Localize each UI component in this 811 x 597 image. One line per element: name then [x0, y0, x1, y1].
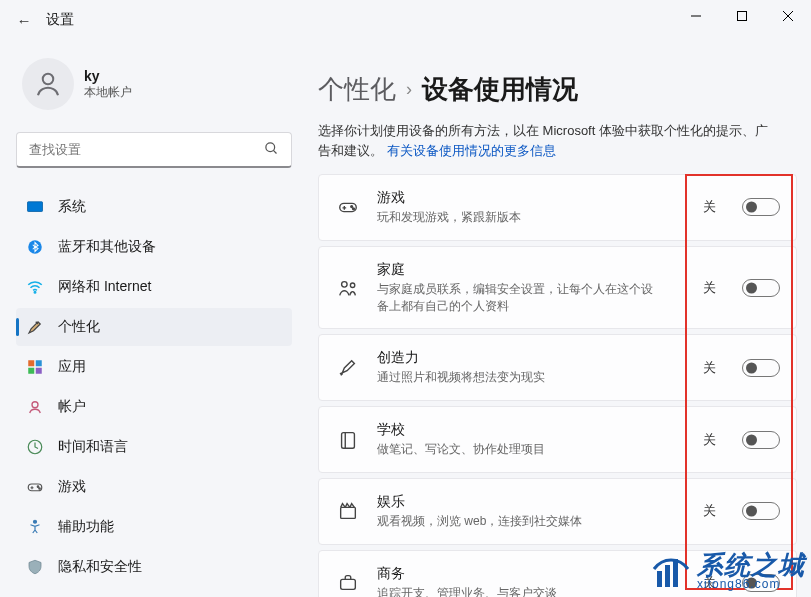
- sidebar-item-network[interactable]: 网络和 Internet: [16, 268, 292, 306]
- card-subtitle: 追踪开支、管理业务、与客户交谈: [377, 585, 657, 597]
- breadcrumb-current: 设备使用情况: [422, 72, 578, 107]
- minimize-button[interactable]: [673, 0, 719, 32]
- sidebar-item-label: 蓝牙和其他设备: [58, 238, 156, 256]
- toggle-state-label: 关: [703, 359, 716, 377]
- sidebar-item-personalization[interactable]: 个性化: [16, 308, 292, 346]
- chevron-right-icon: ›: [406, 79, 412, 100]
- sidebar-item-label: 隐私和安全性: [58, 558, 142, 576]
- sidebar: ky 本地帐户 系统 蓝牙和其他设备 网络和 Internet: [0, 40, 300, 597]
- avatar: [22, 58, 74, 110]
- card-subtitle: 与家庭成员联系，编辑安全设置，让每个人在这个设备上都有自己的个人资料: [377, 281, 657, 315]
- svg-point-15: [32, 402, 38, 408]
- sidebar-item-label: 辅助功能: [58, 518, 114, 536]
- usage-card-business[interactable]: 商务 追踪开支、管理业务、与客户交谈 关: [318, 550, 797, 597]
- window-controls: [673, 0, 811, 32]
- learn-more-link[interactable]: 有关设备使用情况的更多信息: [387, 143, 556, 158]
- wifi-icon: [26, 278, 44, 296]
- sidebar-item-system[interactable]: 系统: [16, 188, 292, 226]
- svg-point-25: [350, 283, 354, 287]
- maximize-button[interactable]: [719, 0, 765, 32]
- toggle-switch[interactable]: [742, 279, 780, 297]
- sidebar-item-time-language[interactable]: 时间和语言: [16, 428, 292, 466]
- sidebar-item-privacy[interactable]: 隐私和安全性: [16, 548, 292, 586]
- sidebar-item-label: 时间和语言: [58, 438, 128, 456]
- sidebar-item-label: 网络和 Internet: [58, 278, 151, 296]
- sidebar-item-bluetooth[interactable]: 蓝牙和其他设备: [16, 228, 292, 266]
- usage-card-family[interactable]: 家庭 与家庭成员联系，编辑安全设置，让每个人在这个设备上都有自己的个人资料 关: [318, 246, 797, 330]
- sidebar-item-accessibility[interactable]: 辅助功能: [16, 508, 292, 546]
- card-title: 创造力: [377, 349, 687, 367]
- usage-card-gaming[interactable]: 游戏 玩和发现游戏，紧跟新版本 关: [318, 174, 797, 241]
- toggle-switch[interactable]: [742, 198, 780, 216]
- profile-block[interactable]: ky 本地帐户: [16, 40, 292, 132]
- notebook-icon: [335, 427, 361, 453]
- apps-icon: [26, 358, 44, 376]
- card-subtitle: 通过照片和视频将想法变为现实: [377, 369, 657, 386]
- sidebar-item-label: 帐户: [58, 398, 86, 416]
- search-input[interactable]: [29, 142, 264, 157]
- sidebar-item-apps[interactable]: 应用: [16, 348, 292, 386]
- page-description: 选择你计划使用设备的所有方法，以在 Microsoft 体验中获取个性化的提示、…: [318, 121, 768, 160]
- svg-line-6: [273, 150, 276, 153]
- sidebar-item-accounts[interactable]: 帐户: [16, 388, 292, 426]
- profile-account-type: 本地帐户: [84, 84, 132, 101]
- back-button[interactable]: ←: [8, 12, 40, 29]
- svg-rect-1: [738, 12, 747, 21]
- card-subtitle: 玩和发现游戏，紧跟新版本: [377, 209, 657, 226]
- creativity-icon: [335, 355, 361, 381]
- usage-card-school[interactable]: 学校 做笔记、写论文、协作处理项目 关: [318, 406, 797, 473]
- sidebar-item-label: 应用: [58, 358, 86, 376]
- svg-point-10: [34, 292, 36, 294]
- paintbrush-icon: [26, 318, 44, 336]
- card-title: 游戏: [377, 189, 687, 207]
- search-box[interactable]: [16, 132, 292, 168]
- toggle-switch[interactable]: [742, 574, 780, 592]
- svg-rect-26: [342, 432, 355, 448]
- clapperboard-icon: [335, 498, 361, 524]
- accessibility-icon: [26, 518, 44, 536]
- shield-icon: [26, 558, 44, 576]
- usage-card-creativity[interactable]: 创造力 通过照片和视频将想法变为现实 关: [318, 334, 797, 401]
- usage-card-entertainment[interactable]: 娱乐 观看视频，浏览 web，连接到社交媒体 关: [318, 478, 797, 545]
- system-icon: [26, 198, 44, 216]
- svg-point-5: [266, 142, 275, 151]
- toggle-state-label: 关: [703, 279, 716, 297]
- card-title: 娱乐: [377, 493, 687, 511]
- family-icon: [335, 275, 361, 301]
- accounts-icon: [26, 398, 44, 416]
- svg-point-22: [351, 206, 353, 208]
- svg-point-24: [342, 281, 348, 287]
- svg-rect-13: [28, 368, 34, 374]
- svg-point-23: [353, 208, 355, 210]
- sidebar-item-label: 游戏: [58, 478, 86, 496]
- profile-username: ky: [84, 68, 132, 84]
- clock-globe-icon: [26, 438, 44, 456]
- card-title: 学校: [377, 421, 687, 439]
- search-icon: [264, 141, 279, 159]
- toggle-switch[interactable]: [742, 431, 780, 449]
- card-title: 家庭: [377, 261, 687, 279]
- svg-point-19: [39, 488, 41, 490]
- toggle-switch[interactable]: [742, 359, 780, 377]
- game-controller-icon: [335, 194, 361, 220]
- toggle-switch[interactable]: [742, 502, 780, 520]
- svg-point-4: [43, 74, 54, 85]
- svg-point-20: [34, 520, 37, 523]
- gamepad-icon: [26, 478, 44, 496]
- sidebar-item-gaming[interactable]: 游戏: [16, 468, 292, 506]
- toggle-state-label: 关: [703, 574, 716, 592]
- toggle-state-label: 关: [703, 502, 716, 520]
- card-subtitle: 做笔记、写论文、协作处理项目: [377, 441, 657, 458]
- svg-rect-7: [28, 202, 43, 212]
- main-panel: 个性化 › 设备使用情况 选择你计划使用设备的所有方法，以在 Microsoft…: [300, 40, 811, 597]
- svg-point-18: [37, 486, 39, 488]
- card-title: 商务: [377, 565, 687, 583]
- briefcase-icon: [335, 570, 361, 596]
- toggle-state-label: 关: [703, 198, 716, 216]
- close-button[interactable]: [765, 0, 811, 32]
- svg-rect-11: [28, 360, 34, 366]
- sidebar-item-label: 系统: [58, 198, 86, 216]
- sidebar-item-label: 个性化: [58, 318, 100, 336]
- bluetooth-icon: [26, 238, 44, 256]
- breadcrumb-parent[interactable]: 个性化: [318, 72, 396, 107]
